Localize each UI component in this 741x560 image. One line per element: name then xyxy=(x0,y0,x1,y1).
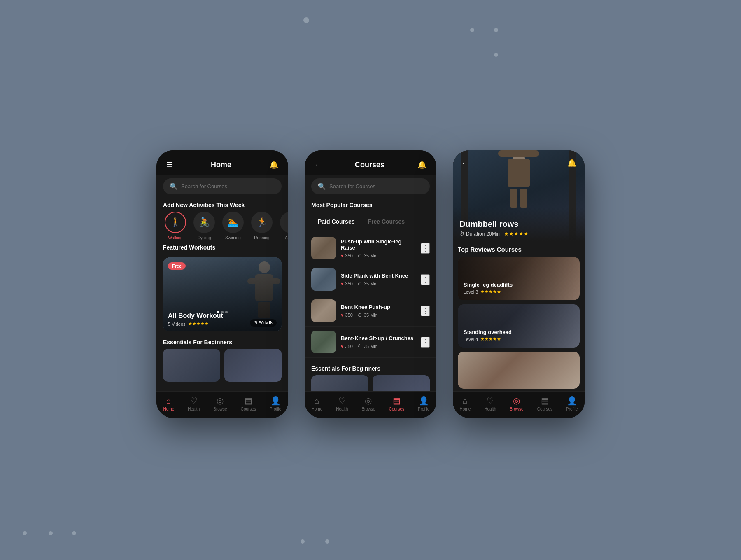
courses-nav-icon-p1: ▤ xyxy=(245,396,252,406)
essentials-img-2 xyxy=(224,349,282,382)
activity-swimming[interactable]: 🏊 Swiming xyxy=(221,212,245,240)
bg-dot-8 xyxy=(301,539,305,544)
course-meta-2: ♥ 350 ⏱ 35 Min xyxy=(341,281,416,286)
courses-nav-icon-p3: ▤ xyxy=(541,396,549,406)
essentials-card-p2-2[interactable] xyxy=(373,375,430,391)
course-thumb-2 xyxy=(311,268,336,291)
courses-header: ← Courses 🔔 xyxy=(305,150,436,175)
menu-button[interactable]: ☰ xyxy=(165,159,175,171)
duration-value-4: 35 Min xyxy=(364,344,377,349)
tab-free[interactable]: Free Courses xyxy=(361,215,411,229)
essentials-card-2[interactable] xyxy=(224,349,282,382)
nav-home-p2[interactable]: ⌂ Home xyxy=(312,396,323,411)
essentials-row-p1 xyxy=(156,349,288,382)
course-duration-1: ⏱ 35 Min xyxy=(358,253,377,258)
nav-health-p2[interactable]: ♡ Health xyxy=(336,396,348,411)
review-card-level-1: Level 3 ★★★★★ xyxy=(464,289,574,294)
featured-dots xyxy=(217,311,228,313)
more-button-4[interactable]: ⋮ xyxy=(421,337,430,348)
courses-search-bar[interactable]: 🔍 xyxy=(311,178,430,194)
courses-bell-button[interactable]: 🔔 xyxy=(416,159,428,171)
nav-courses-p2-active[interactable]: ▤ Courses xyxy=(389,396,404,411)
review-card-title-2: Standing overhead xyxy=(464,329,574,335)
athlete-leg-r xyxy=(520,189,527,208)
featured-title: Featured Workouts xyxy=(156,240,288,254)
nav-courses-p3[interactable]: ▤ Courses xyxy=(537,396,552,411)
featured-card[interactable]: Free All Body Workout 5 Videos ★★★★★ ⏱ 5… xyxy=(163,257,282,331)
likes-value-3: 350 xyxy=(345,313,353,317)
course-thumb-1 xyxy=(311,237,336,259)
featured-meta: 5 Videos ★★★★★ xyxy=(168,321,223,327)
course-item-4[interactable]: Bent-Knee Sit-up / Crunches ♥ 350 ⏱ 35 M… xyxy=(305,327,436,358)
heart-icon-1: ♥ xyxy=(341,253,344,258)
course-item-1[interactable]: Push-up with Single-leg Raise ♥ 350 ⏱ 35… xyxy=(305,233,436,264)
course-item-3[interactable]: Bent Knee Push-up ♥ 350 ⏱ 35 Min xyxy=(305,295,436,327)
bg-dot-4 xyxy=(494,53,498,57)
course-name-2: Side Plank with Bent Knee xyxy=(341,273,416,279)
courses-bottom-nav: ⌂ Home ♡ Health ◎ Browse ▤ Courses 👤 xyxy=(305,391,436,418)
browse-back-button[interactable]: ← xyxy=(459,157,470,169)
nav-home-p3[interactable]: ⌂ Home xyxy=(460,396,471,411)
likes-value-1: 350 xyxy=(345,253,353,258)
course-likes-4: ♥ 350 xyxy=(341,344,353,349)
course-item-2[interactable]: Side Plank with Bent Knee ♥ 350 ⏱ 35 Min xyxy=(305,264,436,295)
dot-1 xyxy=(217,311,219,313)
courses-content: Most Popular Courses Paid Courses Free C… xyxy=(305,198,436,391)
home-bell-button[interactable]: 🔔 xyxy=(268,159,280,171)
activity-add[interactable]: + Add N xyxy=(278,212,288,240)
home-search-bar[interactable]: 🔍 xyxy=(163,178,282,194)
essentials-card-1[interactable] xyxy=(163,349,220,382)
home-search-input[interactable] xyxy=(181,183,275,189)
nav-profile-p3[interactable]: 👤 Profile xyxy=(566,396,578,411)
bg-dot-9 xyxy=(325,539,329,544)
home-nav-icon-p2: ⌂ xyxy=(315,396,319,406)
nav-health-p1[interactable]: ♡ Health xyxy=(188,396,200,411)
nav-browse-p3-active[interactable]: ◎ Browse xyxy=(510,396,523,411)
review-card-overlay-2: Standing overhead Level 4 ★★★★★ xyxy=(458,304,580,348)
swimming-label: Swiming xyxy=(225,236,241,240)
bg-dot-6 xyxy=(49,531,53,535)
cycling-icon: 🚴 xyxy=(199,217,210,228)
add-label: Add N xyxy=(285,236,288,240)
more-button-2[interactable]: ⋮ xyxy=(421,274,430,285)
clock-icon-4: ⏱ xyxy=(358,344,362,349)
activity-walking[interactable]: 🚶 Walking xyxy=(163,212,188,240)
nav-browse-p2[interactable]: ◎ Browse xyxy=(361,396,375,411)
clock-icon-1: ⏱ xyxy=(358,253,362,258)
featured-info: All Body Workout 5 Videos ★★★★★ xyxy=(168,312,223,327)
course-name-4: Bent-Knee Sit-up / Crunches xyxy=(341,335,416,341)
activity-cycling[interactable]: 🚴 Cycling xyxy=(192,212,217,240)
course-list: Push-up with Single-leg Raise ♥ 350 ⏱ 35… xyxy=(305,229,436,361)
hero-info: Dumbbell rows ⏱ Duration 20Min ★★★★★ xyxy=(459,219,529,237)
nav-browse-p1[interactable]: ◎ Browse xyxy=(213,396,227,411)
phone-home-screen: ☰ Home 🔔 🔍 Add New Activities This Week … xyxy=(156,150,288,418)
health-nav-icon-p1: ♡ xyxy=(190,396,198,406)
hero-meta: ⏱ Duration 20Min ★★★★★ xyxy=(459,231,529,237)
essentials-title-p1: Essentials For Beginners xyxy=(156,335,288,349)
browse-bell-button[interactable]: 🔔 xyxy=(566,157,578,169)
nav-health-p3[interactable]: ♡ Health xyxy=(484,396,496,411)
nav-profile-p2[interactable]: 👤 Profile xyxy=(418,396,429,411)
courses-nav-label-p2: Courses xyxy=(389,407,404,411)
essentials-img-1 xyxy=(163,349,220,382)
review-stars-2: ★★★★★ xyxy=(480,336,501,342)
browse-bottom-nav: ⌂ Home ♡ Health ◎ Browse ▤ Courses 👤 xyxy=(453,391,585,418)
essentials-card-p2-1[interactable] xyxy=(311,375,368,391)
bg-dot-3 xyxy=(494,28,498,32)
activity-running[interactable]: 🏃 Running xyxy=(249,212,274,240)
nav-courses-p1[interactable]: ▤ Courses xyxy=(241,396,256,411)
phones-container: ☰ Home 🔔 🔍 Add New Activities This Week … xyxy=(156,150,585,418)
nav-profile-p1[interactable]: 👤 Profile xyxy=(270,396,281,411)
courses-back-button[interactable]: ← xyxy=(313,159,324,171)
review-card-3[interactable] xyxy=(458,352,580,389)
courses-search-input[interactable] xyxy=(329,183,423,189)
nav-home-p1[interactable]: ⌂ Home xyxy=(163,396,175,411)
courses-nav-label-p1: Courses xyxy=(241,407,256,411)
review-card-2[interactable]: Standing overhead Level 4 ★★★★★ xyxy=(458,304,580,348)
review-card-1[interactable]: Single-leg deadlifts Level 3 ★★★★★ xyxy=(458,257,580,300)
more-button-1[interactable]: ⋮ xyxy=(421,243,430,254)
more-button-3[interactable]: ⋮ xyxy=(421,306,430,316)
bg-dot-7 xyxy=(72,531,76,535)
home-content: Add New Activities This Week 🚶 Walking 🚴… xyxy=(156,198,288,391)
tab-paid[interactable]: Paid Courses xyxy=(311,215,361,229)
